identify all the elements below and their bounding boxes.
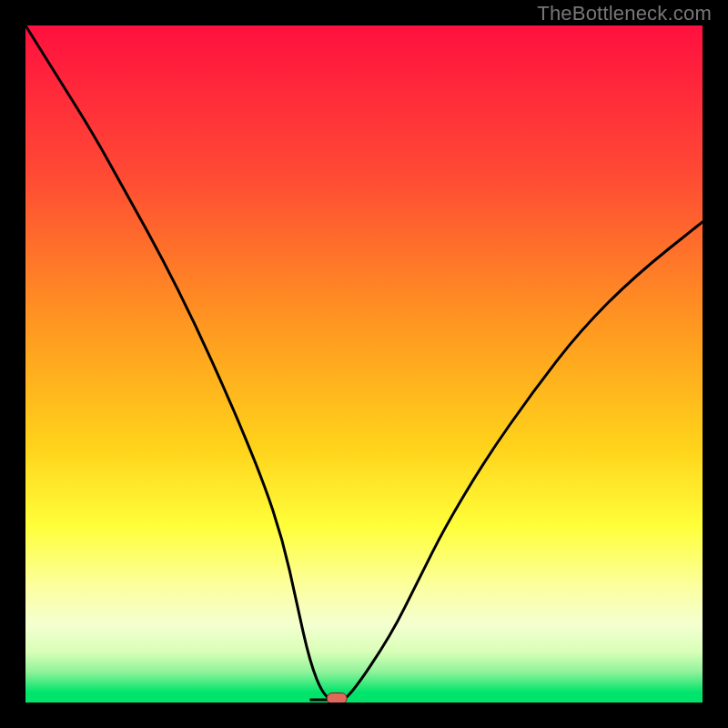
optimum-marker xyxy=(327,693,347,703)
chart-frame: TheBottleneck.com xyxy=(0,0,728,728)
gradient-background xyxy=(25,25,703,703)
bottleneck-chart xyxy=(25,25,703,703)
watermark-label: TheBottleneck.com xyxy=(537,2,712,25)
plot-area xyxy=(25,25,703,703)
